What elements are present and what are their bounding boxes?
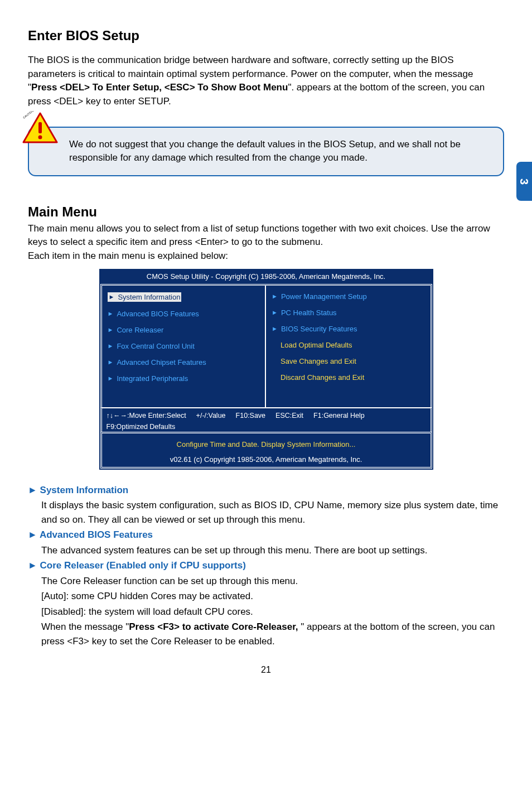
desc-d-a: When the message " — [41, 621, 129, 632]
bios-label: BIOS Security Features — [281, 325, 357, 333]
desc-d-bold: Press <F3> to activate Core-Releaser, — [129, 621, 301, 632]
side-tab-number: 3 — [518, 178, 531, 184]
enter-bios-title: Enter BIOS Setup — [28, 28, 504, 44]
svg-point-2 — [38, 135, 42, 139]
bios-label: Power Management Setup — [281, 292, 367, 301]
bios-item-core-releaser: ►Core Releaser — [108, 326, 260, 334]
arrow-icon: ► — [108, 326, 114, 333]
bios-item-save-exit: Save Changes and Exit — [272, 357, 425, 365]
hint-f9: F9:Optimized Defaults — [107, 423, 176, 431]
bios-label: System Information — [118, 293, 180, 301]
main-menu-paragraph: The main menu allows you to select from … — [28, 222, 504, 263]
desc-advanced-bios-heading: ► Advanced BIOS Features — [28, 528, 504, 542]
svg-rect-1 — [38, 122, 42, 133]
bios-item-advanced-chipset: ►Advanced Chipset Features — [108, 358, 260, 367]
bios-col-right: ►Power Management Setup ►PC Health Statu… — [266, 286, 431, 407]
arrow-icon: ► — [272, 325, 278, 332]
arrow-icon: ► — [272, 309, 278, 316]
bios-item-pc-health: ►PC Health Status — [272, 308, 425, 317]
bios-footer-line2: v02.61 (c) Copyright 1985-2006, American… — [104, 455, 428, 464]
arrow-icon: ► — [108, 343, 114, 349]
bios-label: Core Releaser — [117, 326, 163, 334]
desc-core-releaser-c: [Disabled]: the system will load default… — [41, 605, 504, 619]
bios-screenshot: CMOS Setup Utility - Copyright (C) 1985-… — [99, 269, 433, 470]
hint-move: ↑↓←→:Move Enter:Select — [107, 412, 186, 420]
bios-label: PC Health Status — [281, 308, 337, 317]
desc-advanced-bios-text: The advanced system features can be set … — [41, 543, 504, 558]
bios-label: Integrated Peripherals — [117, 374, 188, 383]
page-number: 21 — [28, 665, 504, 675]
bios-item-fox-central: ►Fox Central Control Unit — [108, 342, 260, 350]
bios-item-power-management: ►Power Management Setup — [272, 292, 425, 301]
bios-col-left: ►System Information ►Advanced BIOS Featu… — [102, 286, 267, 407]
page-content: Enter BIOS Setup The BIOS is the communi… — [0, 0, 532, 692]
arrow-icon: ► — [272, 293, 278, 300]
bios-columns: ►System Information ►Advanced BIOS Featu… — [100, 284, 432, 407]
caution-icon: CAUTION — [21, 111, 59, 144]
hint-f1: F1:General Help — [313, 412, 365, 420]
caution-box: CAUTION We do not suggest that you chang… — [28, 127, 504, 176]
main-menu-title: Main Menu — [28, 204, 504, 220]
bios-label: Advanced BIOS Features — [117, 310, 199, 318]
arrow-icon: ► — [108, 375, 114, 382]
para-bold: Press <DEL> To Enter Setup, <ESC> To Sho… — [31, 82, 288, 93]
arrow-icon: ► — [108, 310, 114, 317]
hint-value: +/-/:Value — [196, 412, 226, 420]
bios-hint-row2: F9:Optimized Defaults — [100, 423, 432, 432]
desc-core-releaser-b: [Auto]: some CPU hidden Cores may be act… — [41, 589, 504, 604]
desc-system-info-heading: ► System Information — [28, 483, 504, 498]
enter-bios-paragraph: The BIOS is the communication bridge bet… — [28, 54, 504, 109]
arrow-icon: ► — [108, 359, 114, 365]
desc-core-releaser-d: When the message "Press <F3> to activate… — [41, 620, 504, 648]
desc-core-releaser-heading: ► Core Releaser (Enabled only if CPU sup… — [28, 558, 504, 573]
bios-item-system-information: ►System Information — [108, 292, 182, 302]
descriptions: ► System Information It displays the bas… — [28, 483, 504, 649]
bios-item-discard-exit: Discard Changes and Exit — [272, 373, 425, 382]
bios-title-bar: CMOS Setup Utility - Copyright (C) 1985-… — [100, 270, 432, 284]
hint-esc: ESC:Exit — [275, 412, 303, 420]
bios-item-bios-security: ►BIOS Security Features — [272, 325, 425, 333]
caution-text: We do not suggest that you change the de… — [69, 139, 461, 163]
side-tab: 3 — [516, 162, 532, 201]
bios-footer-line1: Configure Time and Date. Display System … — [104, 440, 428, 449]
bios-label: Advanced Chipset Features — [117, 358, 206, 367]
bios-footer: Configure Time and Date. Display System … — [100, 432, 432, 469]
desc-system-info-text: It displays the basic system configurati… — [41, 498, 504, 527]
desc-core-releaser-a: The Core Releaser function can be set up… — [41, 574, 504, 589]
bios-hint-row: ↑↓←→:Move Enter:Select +/-/:Value F10:Sa… — [100, 407, 432, 423]
arrow-icon: ► — [109, 293, 115, 300]
bios-item-integrated-peripherals: ►Integrated Peripherals — [108, 374, 260, 383]
hint-save: F10:Save — [236, 412, 266, 420]
caution-label: CAUTION — [22, 111, 35, 119]
bios-item-load-defaults: Load Optimal Defaults — [272, 341, 425, 349]
bios-label: Fox Central Control Unit — [117, 342, 194, 350]
bios-item-advanced-bios: ►Advanced BIOS Features — [108, 310, 260, 318]
